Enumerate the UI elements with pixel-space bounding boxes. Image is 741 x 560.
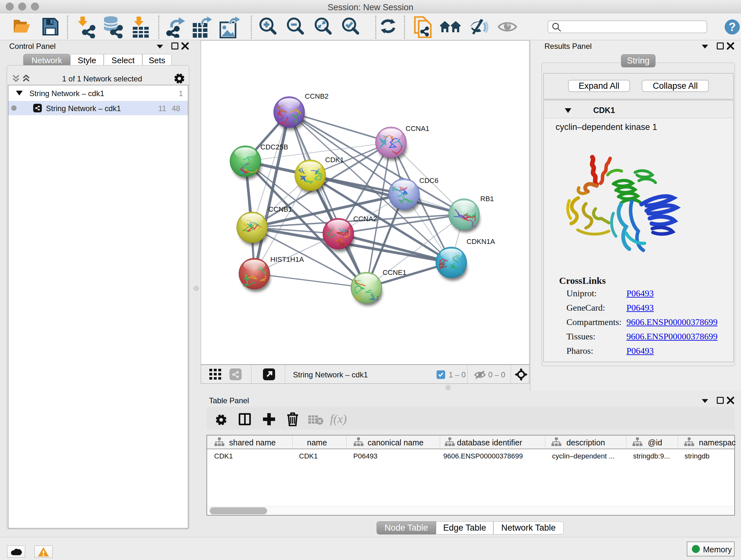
svg-text:CCNA2: CCNA2: [353, 215, 377, 223]
svg-text:CCNB1: CCNB1: [268, 205, 292, 213]
svg-text:CDC6: CDC6: [419, 177, 439, 185]
svg-text:CCNE1: CCNE1: [383, 268, 407, 276]
svg-text:CCNA1: CCNA1: [406, 125, 429, 132]
svg-text:CDKN1A: CDKN1A: [467, 238, 495, 246]
svg-text:CDC25B: CDC25B: [260, 143, 288, 151]
svg-text:CDK1: CDK1: [325, 156, 344, 164]
svg-text:RB1: RB1: [480, 195, 494, 203]
svg-text:CCNB2: CCNB2: [305, 92, 329, 100]
svg-text:HIST1H1A: HIST1H1A: [270, 255, 304, 263]
